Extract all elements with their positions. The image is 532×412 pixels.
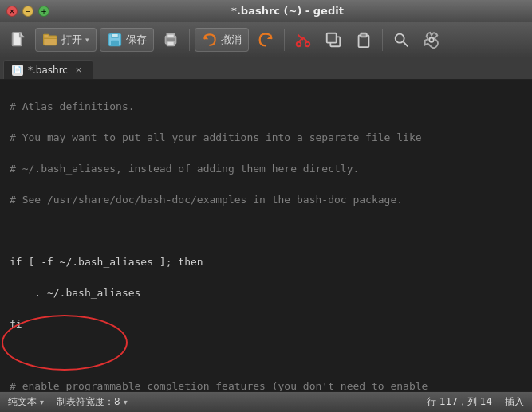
- redo-button[interactable]: [252, 26, 279, 53]
- close-button[interactable]: ×: [6, 6, 18, 17]
- tab-width[interactable]: 制表符宽度：8 ▾: [57, 395, 128, 409]
- svg-rect-8: [167, 33, 174, 37]
- save-button[interactable]: 保存: [100, 28, 154, 52]
- file-tab[interactable]: 📄 *.bashrc ×: [3, 60, 93, 79]
- position-label: 行 117，列 14: [427, 395, 492, 409]
- title-bar: × − + *.bashrc (~) - gedit: [0, 0, 532, 22]
- svg-point-10: [305, 41, 309, 46]
- tab-bar: 📄 *.bashrc ×: [0, 57, 532, 80]
- code-line-7: . ~/.bash_aliases: [10, 285, 522, 301]
- code-line-5: [10, 223, 522, 239]
- tabwidth-arrow-icon: ▾: [124, 398, 128, 406]
- cursor-position: 行 117，列 14: [427, 395, 492, 409]
- code-line-9: [10, 347, 522, 363]
- window-title: *.bashrc (~) - gedit: [49, 5, 526, 17]
- svg-rect-4: [111, 33, 117, 37]
- code-line-2: # You may want to put all your additions…: [10, 130, 522, 146]
- tools-button[interactable]: [418, 26, 445, 53]
- undo-label: 撤消: [221, 33, 242, 47]
- svg-rect-17: [361, 33, 366, 37]
- svg-rect-2: [44, 34, 49, 37]
- save-label: 保存: [126, 33, 147, 47]
- code-line-1: # Atlas definitions.: [10, 99, 522, 115]
- tab-close-button[interactable]: ×: [73, 64, 85, 76]
- undo-button[interactable]: 撤消: [195, 28, 249, 52]
- editor-area[interactable]: # Atlas definitions. # You may want to p…: [0, 80, 532, 391]
- svg-point-9: [296, 41, 301, 46]
- new-file-button[interactable]: [5, 26, 32, 53]
- code-line-3: # ~/.bash_aliases, instead of adding the…: [10, 161, 522, 177]
- print-button[interactable]: [157, 26, 184, 53]
- tab-filename: *.bashrc: [28, 65, 68, 76]
- svg-rect-15: [326, 33, 336, 42]
- paste-button[interactable]: [350, 26, 377, 53]
- maximize-button[interactable]: +: [38, 6, 49, 17]
- open-label: 打开: [61, 33, 82, 47]
- svg-rect-7: [167, 41, 174, 45]
- svg-point-20: [429, 37, 434, 42]
- separator-2: [284, 29, 285, 51]
- copy-button[interactable]: [320, 26, 347, 53]
- file-tab-icon: 📄: [12, 65, 23, 76]
- find-button[interactable]: [388, 26, 415, 53]
- code-line-10: # enable programmable completion feature…: [10, 379, 522, 392]
- insert-mode-label: 插入: [505, 395, 524, 409]
- insert-mode[interactable]: 插入: [505, 395, 524, 409]
- open-arrow-icon: ▾: [85, 36, 89, 44]
- tab-width-label: 制表符宽度：8: [57, 395, 120, 409]
- minimize-button[interactable]: −: [22, 6, 33, 17]
- cut-button[interactable]: [290, 26, 317, 53]
- separator-3: [382, 29, 383, 51]
- status-bar: 纯文本 ▾ 制表符宽度：8 ▾ 行 117，列 14 插入: [0, 391, 532, 412]
- format-label: 纯文本: [8, 395, 37, 409]
- svg-point-18: [395, 33, 404, 42]
- open-button[interactable]: 打开 ▾: [35, 28, 97, 52]
- code-line-6: if [ -f ~/.bash_aliases ]; then: [10, 254, 522, 270]
- svg-line-12: [303, 37, 308, 42]
- format-arrow-icon: ▾: [40, 398, 44, 406]
- toolbar: 打开 ▾ 保存 撤消: [0, 22, 532, 57]
- code-content: # Atlas definitions. # You may want to p…: [0, 80, 532, 391]
- code-line-4: # See /usr/share/doc/bash-doc/examples i…: [10, 192, 522, 208]
- format-selector[interactable]: 纯文本 ▾: [8, 395, 44, 409]
- svg-line-19: [403, 41, 408, 46]
- svg-rect-5: [111, 40, 119, 45]
- separator-1: [189, 29, 190, 51]
- window-controls[interactable]: × − +: [6, 6, 49, 17]
- svg-line-13: [298, 34, 302, 39]
- code-line-8: fi: [10, 316, 522, 332]
